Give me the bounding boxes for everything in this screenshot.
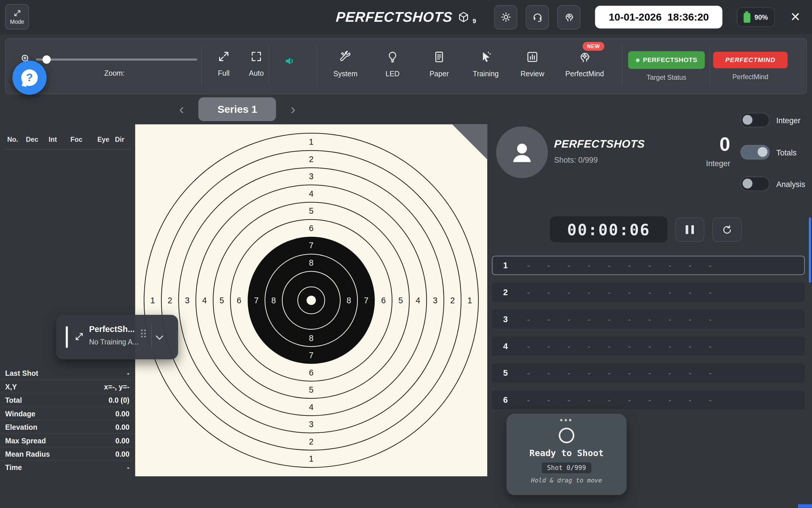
stat-value: x=-, y=- [104,382,130,391]
score-cell: - [539,342,559,350]
bulb-icon [386,50,399,64]
score-row-5[interactable]: 5---------- [492,364,805,383]
pause-button[interactable] [675,217,704,242]
mind-settings-button[interactable] [557,5,581,29]
mode-label: Mode [10,18,24,24]
nav-led[interactable]: LED [371,50,415,78]
stat-label: Mean Radius [5,450,50,458]
stat-label: Windage [5,410,35,418]
auto-fit-icon [250,50,263,62]
chart-icon [526,50,539,64]
toggle-analysis[interactable] [741,177,770,191]
nav-paper-label: Paper [429,69,449,78]
chevron-down-icon[interactable] [156,335,164,341]
score-cell: - [639,369,660,377]
nav-training[interactable]: Training [464,50,508,78]
full-button[interactable]: Full [206,50,242,77]
full-label: Full [218,69,229,77]
nav-paper[interactable]: Paper [417,50,461,78]
reset-timer-button[interactable] [713,217,741,242]
battery-percent: 90% [755,13,768,21]
score-cell: - [518,261,539,270]
stat-label: X,Y [5,382,17,391]
close-button[interactable]: ✕ [790,11,801,24]
series-next-button[interactable]: › [288,100,299,119]
score-cell: - [579,369,599,377]
series-prev-button[interactable]: ‹ [176,100,187,119]
toggle-knob [758,147,768,157]
svg-text:5: 5 [219,296,224,305]
score-cell: - [700,395,720,404]
training-widget[interactable]: PerfectSh... No Training A... [56,315,178,359]
score-cell: - [559,315,579,324]
head-gear-icon [578,50,591,64]
drag-dots-icon[interactable]: ••• [560,416,573,425]
series-nav: ‹ Series 1 › [176,97,299,121]
score-cell: - [599,395,619,404]
score-cell: - [680,288,700,297]
help-button[interactable]: ? [12,60,47,95]
help-icon: ? [21,69,38,86]
zoom-label: Zoom: [68,69,161,77]
svg-text:1: 1 [309,454,313,463]
nav-system[interactable]: System [324,50,367,78]
nav-review[interactable]: Review [511,50,554,78]
score-cell: - [518,342,539,350]
series-selector[interactable]: Series 1 [199,97,276,121]
sound-button[interactable] [278,54,302,68]
toggle-integer[interactable] [741,113,770,127]
stat-label: Time [5,463,22,471]
score-cell: - [579,395,599,404]
score-row-1[interactable]: 1---------- [492,256,805,275]
drag-handle-icon[interactable] [140,328,147,339]
ready-to-shoot-card[interactable]: ••• Ready to Shoot Shot 0/999 Hold & dra… [506,414,627,495]
stat-row: X,Yx=-, y=- [0,380,134,393]
datetime-display[interactable]: 10-01-2026 18:36:20 [595,6,722,29]
shot-counter-badge: Shot 0/999 [542,463,591,473]
svg-text:3: 3 [309,420,313,429]
score-row-4[interactable]: 4---------- [492,337,805,356]
toggle-totals[interactable] [741,145,770,160]
brightness-icon [500,11,512,23]
score-cell: - [639,342,660,350]
stat-value: - [127,463,129,471]
nav-led-label: LED [385,69,400,78]
zoom-slider[interactable] [36,54,197,65]
svg-text:7: 7 [309,350,313,360]
stat-row: Mean Radius0.00 [0,447,134,460]
svg-text:1: 1 [151,296,155,305]
headset-button[interactable] [526,5,549,29]
stats-list: Last Shot-X,Yx=-, y=-Total0.0 (0)Windage… [0,367,134,474]
nav-perfectmind-label: PerfectMind [565,69,604,78]
target-circle-icon [559,428,574,443]
target-display[interactable]: 11112222333344445555666677778888 [135,124,487,476]
svg-text:3: 3 [185,296,190,305]
nav-perfectmind[interactable]: PerfectMind [563,50,606,78]
score-row-3[interactable]: 3---------- [492,310,805,329]
column-header-dir: Dir [115,136,124,143]
battery-indicator: 90% [737,7,775,27]
score-cell: - [539,395,559,404]
scrollbar[interactable] [809,217,811,283]
mode-button[interactable]: Mode [5,4,29,30]
score-cell: - [518,288,539,297]
score-cell: - [539,288,559,297]
cursor-icon [479,50,493,64]
resize-arrows-icon [75,332,84,341]
stat-row: Total0.0 (0) [0,393,134,406]
zoom-slider-knob[interactable] [42,55,51,64]
score-cell: - [700,369,720,377]
brightness-button[interactable] [494,5,517,29]
score-cell: - [619,288,640,297]
logo-badge: 9 [473,18,476,25]
score-row-2[interactable]: 2---------- [492,283,805,302]
score-row-6[interactable]: 6---------- [492,390,805,410]
score-cell: - [559,288,579,297]
battery-icon [743,11,750,23]
target-status-button[interactable]: PERFECTSHOTS [628,51,705,69]
perfectmind-button[interactable]: PERFECTMIND [713,52,787,69]
ready-hint: Hold & drag to move [531,477,602,484]
target-rings: 11112222333344445555666677778888 [135,124,487,476]
cursor-bar [66,326,68,348]
score-cell: - [619,315,640,324]
